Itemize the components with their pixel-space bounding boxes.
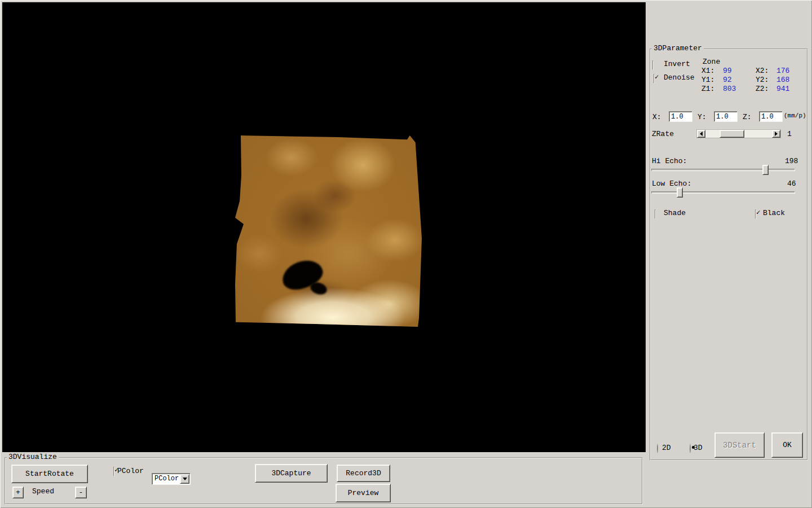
black-label: Black (763, 209, 785, 217)
zone-z2-label: Z2: (756, 85, 769, 93)
zone-x2-value: 176 (776, 67, 789, 75)
pcolor-dropdown-value: PColor (155, 475, 179, 483)
mode-3d-radio[interactable] (690, 444, 691, 453)
denoise-checkbox[interactable] (654, 74, 655, 84)
zone-y2-label: Y2: (756, 76, 769, 84)
mode-2d-label: 2D (662, 444, 671, 452)
scale-y-input[interactable] (714, 111, 738, 122)
zone-y1-value: 92 (723, 76, 732, 84)
render-viewport[interactable] (2, 2, 646, 452)
zrate-scroll-left-button[interactable] (697, 130, 705, 138)
arrow-right-icon (775, 132, 778, 136)
pcolor-label: PColor (117, 467, 144, 475)
zone-x1-label: X1: (701, 67, 714, 75)
mode-2d-radio[interactable] (657, 444, 658, 453)
scale-x-label: X: (652, 113, 661, 121)
speed-plus-button[interactable]: + (12, 487, 24, 498)
zrate-value: 1 (787, 130, 792, 138)
low-echo-label: Low Echo: (652, 179, 691, 188)
zone-z1-label: Z1: (701, 85, 714, 93)
scale-unit-label: (mm/p) (784, 112, 806, 119)
black-checkbox[interactable] (755, 209, 756, 219)
mode-3d-label: 3D (694, 444, 703, 452)
invert-checkbox[interactable] (652, 60, 654, 70)
zrate-scrollbar[interactable] (696, 129, 781, 138)
speed-label: Speed (32, 487, 54, 496)
scale-x-input[interactable] (669, 111, 692, 122)
zrate-scroll-thumb[interactable] (720, 130, 744, 138)
zone-z1-value: 803 (723, 85, 736, 93)
shade-checkbox[interactable] (655, 209, 656, 219)
low-echo-value: 46 (787, 179, 796, 188)
ultrasound-3d-render (235, 134, 423, 327)
parameter-groupbox (650, 49, 808, 461)
ok-button[interactable]: OK (771, 432, 803, 458)
hi-echo-slider-track[interactable] (651, 169, 795, 171)
pcolor-checkbox[interactable] (113, 467, 114, 476)
zrate-label: ZRate (652, 130, 674, 138)
pcolor-dropdown[interactable]: PColor (152, 473, 191, 485)
invert-label: Invert (664, 60, 690, 68)
zone-title: Zone (703, 58, 720, 66)
zone-x1-value: 99 (723, 67, 732, 75)
shade-label: Shade (664, 209, 686, 217)
scale-z-input[interactable] (759, 111, 783, 122)
start-rotate-button[interactable]: StartRotate (11, 465, 88, 483)
low-echo-slider-thumb[interactable] (677, 187, 683, 198)
visualize-group-title: 3DVisualize (7, 453, 59, 461)
pcolor-dropdown-button[interactable] (180, 474, 189, 484)
scale-z-label: Z: (743, 113, 752, 121)
parameter-group-title: 3DParameter (652, 45, 704, 52)
arrow-left-icon (700, 132, 703, 136)
zone-y1-label: Y1: (701, 76, 714, 84)
hi-echo-value: 198 (785, 157, 798, 165)
speed-minus-button[interactable]: - (75, 487, 87, 498)
zone-y2-value: 168 (776, 76, 789, 84)
capture-3d-button[interactable]: 3DCapture (255, 464, 328, 483)
start-3d-button[interactable]: 3DStart (714, 432, 765, 458)
hi-echo-label: Hi Echo: (652, 157, 687, 165)
zone-x2-label: X2: (756, 67, 769, 75)
app-window: { "parameter_panel": { "title": "3DParam… (0, 0, 812, 508)
denoise-label: Denoise (664, 73, 695, 82)
low-echo-slider-track[interactable] (651, 191, 795, 194)
preview-button[interactable]: Preview (336, 484, 391, 502)
zone-z2-value: 941 (776, 85, 789, 93)
hi-echo-slider-thumb[interactable] (762, 165, 769, 175)
chevron-down-icon (183, 478, 187, 480)
zrate-scroll-right-button[interactable] (772, 130, 780, 138)
scale-y-label: Y: (698, 113, 707, 121)
record-3d-button[interactable]: Record3D (337, 465, 390, 482)
